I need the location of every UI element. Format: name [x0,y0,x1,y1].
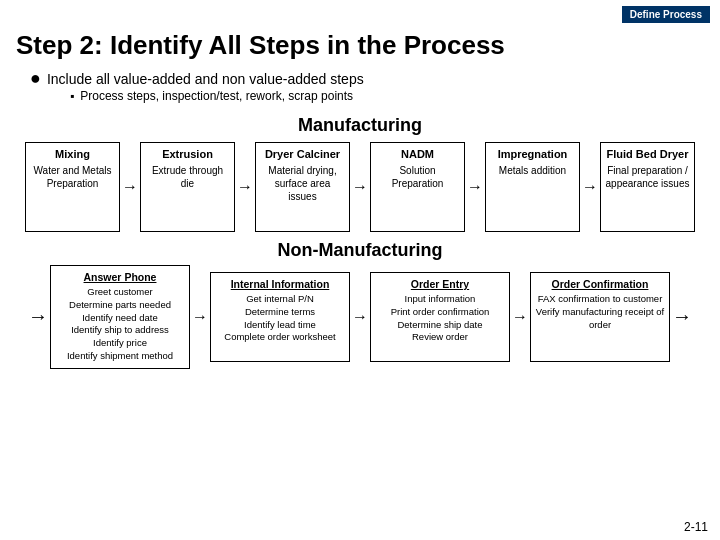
arrow-1: → [122,178,138,196]
bullet-section: ● Include all value-added and non value-… [0,67,720,105]
page-title: Step 2: Identify All Steps in the Proces… [0,0,720,67]
flow-box-mixing: Mixing Water and Metals Preparation [25,142,120,232]
non-mfg-right-arrow-icon: → [672,305,692,328]
flow-box-impregnation-title: Impregnation [498,148,568,160]
flow-box-fluid-bed-dryer: Fluid Bed Dryer Final preparation / appe… [600,142,695,232]
flow-box-impregnation: Impregnation Metals addition [485,142,580,232]
flow-box-dryer-calciner-content: Material drying, surface area issues [260,164,345,203]
non-mfg-box-order-entry-content: Input information Print order confirmati… [391,293,490,344]
flow-box-dryer-calciner: Dryer Calciner Material drying, surface … [255,142,350,232]
non-mfg-box-answer-phone-title: Answer Phone [84,271,157,283]
arrow-5: → [582,178,598,196]
non-mfg-box-order-entry-title: Order Entry [411,278,469,290]
manufacturing-flow: Mixing Water and Metals Preparation → Ex… [0,142,720,232]
non-mfg-box-order-confirmation: Order Confirmation FAX confirmation to c… [530,272,670,362]
define-process-badge: Define Process [622,6,710,23]
flow-box-mixing-content: Water and Metals Preparation [30,164,115,190]
non-mfg-box-internal-info: Internal Information Get internal P/N De… [210,272,350,362]
non-mfg-arrow-3: → [512,308,528,326]
non-mfg-arrow-1: → [192,308,208,326]
non-mfg-box-order-confirmation-title: Order Confirmation [552,278,649,290]
bullet-sub-text: Process steps, inspection/test, rework, … [80,89,353,103]
flow-box-dryer-calciner-title: Dryer Calciner [265,148,340,160]
bullet-sub: ▪ Process steps, inspection/test, rework… [30,89,700,103]
flow-box-impregnation-content: Metals addition [499,164,566,177]
flow-box-mixing-title: Mixing [55,148,90,160]
non-mfg-box-answer-phone-content: Greet customer Determine parts needed Id… [67,286,173,363]
non-mfg-box-order-entry: Order Entry Input information Print orde… [370,272,510,362]
flow-box-extrusion: Extrusion Extrude through die [140,142,235,232]
page-number: 2-11 [684,520,708,534]
non-manufacturing-title: Non-Manufacturing [0,240,720,261]
flow-box-extrusion-title: Extrusion [162,148,213,160]
bullet-main: ● Include all value-added and non value-… [30,71,700,87]
non-mfg-box-answer-phone: Answer Phone Greet customer Determine pa… [50,265,190,369]
flow-box-nadm-title: NADM [401,148,434,160]
arrow-2: → [237,178,253,196]
flow-box-fluid-bed-dryer-title: Fluid Bed Dryer [607,148,689,160]
non-mfg-box-internal-info-content: Get internal P/N Determine terms Identif… [224,293,335,344]
non-mfg-arrow-2: → [352,308,368,326]
arrow-4: → [467,178,483,196]
flow-box-fluid-bed-dryer-content: Final preparation / appearance issues [605,164,690,190]
bullet-dot-icon: ● [30,69,41,87]
non-mfg-box-internal-info-title: Internal Information [231,278,330,290]
non-mfg-left-arrow-icon: → [28,305,48,328]
flow-box-nadm-content: Solution Preparation [375,164,460,190]
arrow-3: → [352,178,368,196]
flow-box-nadm: NADM Solution Preparation [370,142,465,232]
sub-dash-icon: ▪ [70,89,74,103]
manufacturing-title: Manufacturing [0,115,720,136]
flow-box-extrusion-content: Extrude through die [145,164,230,190]
non-manufacturing-flow: → Answer Phone Greet customer Determine … [0,265,720,369]
bullet-main-text: Include all value-added and non value-ad… [47,71,364,87]
non-mfg-box-order-confirmation-content: FAX confirmation to customer Verify manu… [535,293,665,331]
